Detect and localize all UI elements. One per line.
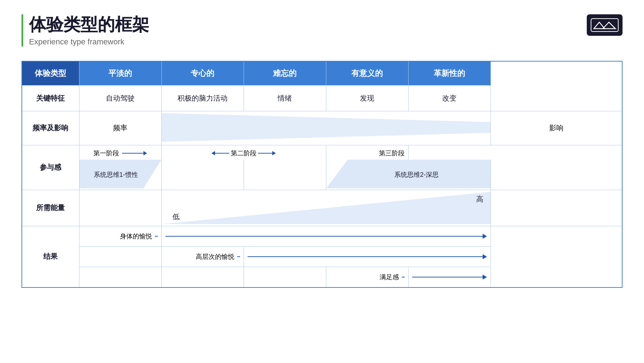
sub-title: Experience type framework	[29, 37, 149, 47]
stage3-label: 第三阶段	[379, 149, 405, 158]
feature-cell-5: 改变	[408, 85, 491, 111]
framework-table: 体验类型 平淡的 专心的 难忘的 有意义的 革新性的 关键特征 自动驾驶 积极的…	[21, 61, 623, 288]
result-row-3: 满足感	[22, 267, 622, 287]
energy-low-label: 低	[172, 212, 180, 222]
result-line2-label: 高层次的愉悦	[196, 252, 234, 261]
frequency-triangle-svg	[162, 111, 491, 144]
stage1-cell: 第一阶段	[79, 145, 161, 160]
feature-cell-1: 自动驾驶	[79, 85, 161, 111]
table-header-row: 体验类型 平淡的 专心的 难忘的 有意义的 革新性的	[22, 61, 622, 86]
result-line1-dash	[155, 236, 158, 237]
result-line2-arrow	[244, 246, 491, 267]
result-line1-label: 身体的愉悦	[120, 232, 152, 241]
energy-right	[491, 190, 622, 226]
svg-marker-6	[162, 192, 491, 224]
title-section: 体验类型的框架 Experience type framework	[21, 14, 149, 47]
result-row-1: 结果 身体的愉悦	[22, 226, 622, 246]
col-header-focused: 专心的	[161, 61, 244, 86]
stage1-arrow-right	[122, 151, 147, 155]
stages-row: 参与感 第一阶段 第二阶段	[22, 145, 622, 160]
energy-label: 所需能量	[22, 190, 79, 226]
col-header-type: 体验类型	[22, 61, 79, 86]
thinking-row: 系统思维1-惯性 系统思维2-深思	[22, 160, 622, 190]
result-row-2: 高层次的愉悦	[22, 246, 622, 267]
feature-row: 关键特征 自动驾驶 积极的脑力活动 情绪 发现 改变	[22, 85, 622, 111]
result-line1-arrow	[161, 226, 491, 246]
energy-high-label: 高	[476, 194, 483, 204]
stage3-cell: 第三阶段	[326, 145, 408, 160]
logo-icon	[590, 18, 619, 32]
result-line2-dash	[237, 256, 240, 257]
svg-rect-0	[591, 19, 618, 32]
col-header-meaningful: 有意义的	[326, 61, 408, 86]
stage2-arrow-left	[211, 151, 229, 155]
result-line3-empty1	[79, 267, 161, 287]
feature-label: 关键特征	[22, 85, 79, 111]
frequency-left-text: 频率	[79, 111, 161, 145]
result-line2-empty	[79, 246, 161, 267]
result-line2-start: 高层次的愉悦	[161, 246, 244, 267]
result-line3-arrow	[408, 267, 491, 287]
col-header-memorable: 难忘的	[244, 61, 326, 86]
frequency-visual	[161, 111, 491, 145]
feature-cell-4: 发现	[326, 85, 408, 111]
page-header: 体验类型的框架 Experience type framework	[21, 14, 623, 47]
feature-cell-3: 情绪	[244, 85, 326, 111]
thinking2-cell: 系统思维2-深思	[326, 160, 491, 190]
thinking1-label: 系统思维1-惯性	[94, 170, 138, 179]
frequency-label: 频率及影响	[22, 111, 79, 145]
stage2-cell: 第二阶段	[161, 145, 326, 160]
energy-svg	[162, 190, 491, 226]
energy-row: 所需能量 低 高	[22, 190, 622, 226]
result-line3-empty2	[161, 267, 244, 287]
result-line3-dash	[402, 277, 405, 277]
energy-visual: 低 高	[161, 190, 491, 226]
participation-label: 参与感	[22, 145, 79, 190]
thinking-empty1	[161, 160, 244, 190]
logo	[587, 14, 623, 36]
col-header-plain: 平淡的	[79, 61, 161, 86]
thinking-empty2	[244, 160, 326, 190]
result-label: 结果	[22, 226, 79, 287]
thinking1-cell: 系统思维1-惯性	[79, 160, 161, 190]
col-header-innovative: 革新性的	[408, 61, 491, 86]
feature-cell-2: 积极的脑力活动	[161, 85, 244, 111]
result-line1-start: 身体的愉悦	[79, 226, 161, 246]
energy-empty1	[79, 190, 161, 226]
result-line3-start: 满足感	[326, 267, 408, 287]
stage2-label: 第二阶段	[231, 149, 257, 158]
thinking2-label: 系统思维2-深思	[394, 170, 439, 179]
main-title: 体验类型的框架	[29, 14, 149, 35]
stage1-label: 第一阶段	[93, 149, 119, 158]
stage2-arrow-right	[258, 151, 276, 155]
svg-marker-3	[162, 113, 491, 142]
result-line3-empty3	[244, 267, 326, 287]
result-line3-label: 满足感	[380, 273, 399, 281]
frequency-right-text: 影响	[491, 111, 622, 145]
frequency-row: 频率及影响 频率 影响	[22, 111, 622, 145]
